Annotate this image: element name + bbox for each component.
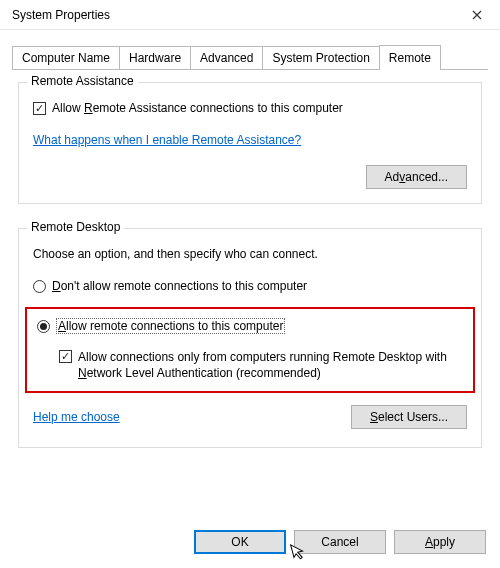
checkbox-icon xyxy=(59,350,72,363)
titlebar: System Properties xyxy=(0,0,500,30)
radio-label: Don't allow remote connections to this c… xyxy=(52,279,307,293)
close-icon xyxy=(472,10,482,20)
tab-hardware[interactable]: Hardware xyxy=(119,46,191,69)
checkbox-allow-remote-assistance[interactable]: Allow Remote Assistance connections to t… xyxy=(33,101,467,115)
ok-button[interactable]: OK xyxy=(194,530,286,554)
instruction-text: Choose an option, and then specify who c… xyxy=(33,247,467,261)
checkbox-label: Allow Remote Assistance connections to t… xyxy=(52,101,343,115)
tab-remote[interactable]: Remote xyxy=(379,45,441,70)
radio-allow[interactable]: Allow remote connections to this compute… xyxy=(37,319,463,333)
checkbox-icon xyxy=(33,102,46,115)
legend-remote-desktop: Remote Desktop xyxy=(27,220,124,234)
legend-remote-assistance: Remote Assistance xyxy=(27,74,138,88)
tab-advanced[interactable]: Advanced xyxy=(190,46,263,69)
apply-button[interactable]: Apply xyxy=(394,530,486,554)
highlighted-selection: Allow remote connections to this compute… xyxy=(25,307,475,393)
tab-content-remote: Remote Assistance Allow Remote Assistanc… xyxy=(0,70,500,484)
select-users-button[interactable]: Select Users... xyxy=(351,405,467,429)
checkbox-nla[interactable]: Allow connections only from computers ru… xyxy=(59,349,463,381)
tab-computer-name[interactable]: Computer Name xyxy=(12,46,120,69)
radio-icon xyxy=(33,280,46,293)
window-title: System Properties xyxy=(12,8,110,22)
tab-strip: Computer Name Hardware Advanced System P… xyxy=(12,44,488,70)
radio-dont-allow[interactable]: Don't allow remote connections to this c… xyxy=(33,279,467,293)
radio-icon xyxy=(37,320,50,333)
groupbox-remote-desktop: Remote Desktop Choose an option, and the… xyxy=(18,228,482,448)
link-remote-assistance-help[interactable]: What happens when I enable Remote Assist… xyxy=(33,133,301,147)
checkbox-label: Allow connections only from computers ru… xyxy=(78,349,463,381)
link-help-me-choose[interactable]: Help me choose xyxy=(33,410,120,424)
close-button[interactable] xyxy=(454,0,500,30)
groupbox-remote-assistance: Remote Assistance Allow Remote Assistanc… xyxy=(18,82,482,204)
advanced-button[interactable]: Advanced... xyxy=(366,165,467,189)
dialog-button-row: OK Cancel Apply xyxy=(194,530,486,554)
radio-label: Allow remote connections to this compute… xyxy=(56,319,285,333)
tab-system-protection[interactable]: System Protection xyxy=(262,46,379,69)
cancel-button[interactable]: Cancel xyxy=(294,530,386,554)
